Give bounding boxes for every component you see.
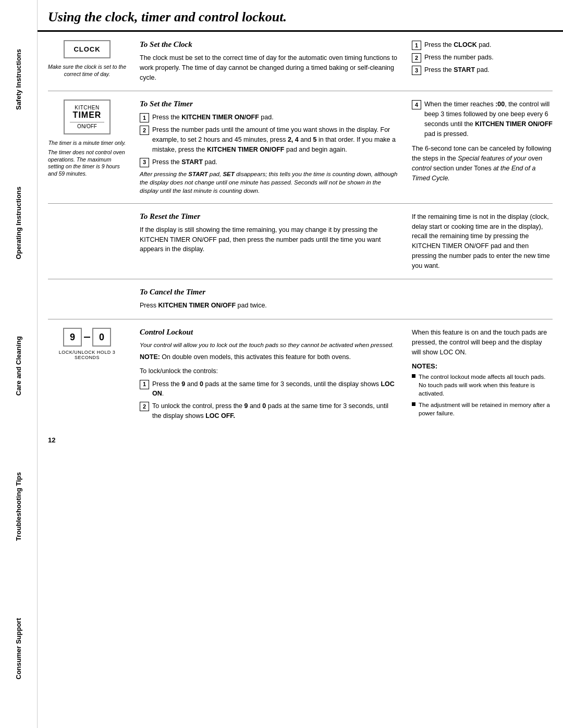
step-text-3: Press the START pad. — [424, 65, 553, 75]
page-title: Using the clock, timer and control locko… — [48, 9, 287, 24]
sidebar-item-consumer: Consumer Support — [15, 613, 22, 685]
timer-pad-top: KITCHEN — [70, 105, 104, 110]
lockout-bullet-2: The adjustment will be retained in memor… — [412, 401, 553, 417]
step-num-3: 3 — [412, 66, 421, 75]
timer-step-num-1: 1 — [140, 113, 149, 122]
connector-line — [84, 337, 90, 338]
sidebar-item-operating: Operating Instructions — [15, 181, 22, 264]
set-timer-step-1: 1 Press the KITCHEN TIMER ON/OFF pad. — [140, 113, 398, 122]
timer-step-text-2: Press the number pads until the amount o… — [152, 125, 398, 154]
set-clock-step-2: 2 Press the number pads. — [412, 53, 553, 63]
lock-pad-0: 0 — [92, 328, 111, 347]
reset-timer-left — [48, 212, 131, 271]
lockout-bullet-list: The control lockout mode affects all tou… — [412, 373, 553, 417]
set-timer-steps: 1 Press the KITCHEN TIMER ON/OFF pad. 2 … — [140, 113, 398, 167]
control-lockout-to-lock: To lock/unlock the controls: — [140, 366, 398, 376]
step-num-1: 1 — [412, 41, 421, 50]
control-lockout-right: When this feature is on and the touch pa… — [407, 328, 553, 424]
set-timer-right: 4 When the timer reaches :00, the contro… — [407, 100, 553, 195]
lock-pad-connector — [84, 328, 90, 347]
lockout-step-1: 1 Press the 9 and 0 pads at the same tim… — [140, 379, 398, 399]
timer-pad-image: KITCHEN TIMER ON/OFF — [64, 100, 111, 134]
set-clock-title: To Set the Clock — [140, 40, 398, 49]
section-reset-timer: To Reset the Timer If the display is sti… — [48, 204, 553, 280]
main-content: Using the clock, timer and control locko… — [38, 0, 563, 728]
set-timer-right-steps: 4 When the timer reaches :00, the contro… — [412, 100, 553, 139]
page-number: 12 — [38, 432, 563, 448]
set-timer-step-3: 3 Press the START pad. — [140, 157, 398, 167]
lockout-right-intro: When this feature is on and the touch pa… — [412, 328, 553, 357]
lockout-step-num-1: 1 — [140, 380, 149, 389]
step-text-1: Press the CLOCK pad. — [424, 40, 553, 50]
lockout-notes: NOTES: The control lockout mode affects … — [412, 362, 553, 417]
content-area: CLOCK Make sure the clock is set to the … — [38, 32, 563, 432]
sidebar-item-care: Care and Cleaning — [15, 331, 22, 401]
sidebar: Safety Instructions Operating Instructio… — [0, 0, 38, 728]
set-clock-left: CLOCK Make sure the clock is set to the … — [48, 40, 131, 82]
cancel-timer-content: To Cancel the Timer Press KITCHEN TIMER … — [131, 288, 553, 311]
section-set-clock: CLOCK Make sure the clock is set to the … — [48, 32, 553, 91]
cancel-timer-title: To Cancel the Timer — [140, 288, 544, 297]
lockout-bullet-1: The control lockout mode affects all tou… — [412, 373, 553, 398]
lock-pad-9: 9 — [63, 328, 82, 347]
set-timer-cancel-note: The 6-second tone can be canceled by fol… — [412, 144, 553, 183]
clock-pad-caption: Make sure the clock is set to the correc… — [48, 64, 126, 78]
set-timer-left: KITCHEN TIMER ON/OFF The timer is a minu… — [48, 100, 131, 195]
timer-step-num-4: 4 — [412, 100, 421, 109]
page-wrapper: Safety Instructions Operating Instructio… — [0, 0, 563, 728]
notes-label: NOTES: — [412, 362, 437, 370]
sidebar-item-safety: Safety Instructions — [15, 44, 22, 115]
clock-pad-image: CLOCK — [64, 40, 111, 58]
section-control-lockout: 9 0 LOCK/UNLOCK HOLD 3 SECONDS Control L… — [48, 319, 553, 432]
set-clock-right: 1 Press the CLOCK pad. 2 Press the numbe… — [407, 40, 553, 82]
set-timer-italic-note: After pressing the START pad, SET disapp… — [140, 170, 398, 195]
timer-pad-bottom: ON/OFF — [70, 122, 104, 129]
timer-step-num-2: 2 — [140, 126, 149, 135]
reset-timer-left-text: If the display is still showing the time… — [140, 225, 398, 254]
bullet-icon-2 — [412, 402, 415, 406]
reset-timer-title: To Reset the Timer — [140, 212, 398, 221]
timer-step-num-3: 3 — [140, 158, 149, 167]
timer-caption-1: The timer is a minute timer only. — [48, 140, 126, 147]
lockout-step-text-1: Press the 9 and 0 pads at the same time … — [152, 379, 398, 399]
control-lockout-note: NOTE: On double oven models, this activa… — [140, 352, 398, 362]
reset-timer-right: If the remaining time is not in the disp… — [407, 212, 553, 271]
page-title-bar: Using the clock, timer and control locko… — [38, 0, 563, 32]
set-clock-step-3: 3 Press the START pad. — [412, 65, 553, 75]
control-lockout-steps: 1 Press the 9 and 0 pads at the same tim… — [140, 379, 398, 421]
lock-pad-caption: LOCK/UNLOCK HOLD 3 SECONDS — [48, 350, 126, 360]
reset-timer-middle: To Reset the Timer If the display is sti… — [131, 212, 407, 271]
control-lockout-middle: Control Lockout Your control will allow … — [131, 328, 407, 424]
lockout-step-text-2: To unlock the control, press the 9 and 0… — [152, 401, 398, 421]
lockout-bullet-text-1: The control lockout mode affects all tou… — [419, 373, 553, 398]
control-lockout-left: 9 0 LOCK/UNLOCK HOLD 3 SECONDS — [48, 328, 131, 424]
set-clock-step-1: 1 Press the CLOCK pad. — [412, 40, 553, 50]
timer-step-text-4: When the timer reaches :00, the control … — [424, 100, 553, 139]
sidebar-item-troubleshooting: Troubleshooting Tips — [15, 467, 22, 546]
set-timer-middle: To Set the Timer 1 Press the KITCHEN TIM… — [131, 100, 407, 195]
set-clock-steps: 1 Press the CLOCK pad. 2 Press the numbe… — [412, 40, 553, 75]
section-cancel-timer: To Cancel the Timer Press KITCHEN TIMER … — [48, 279, 553, 319]
timer-caption-2: The timer does not control oven operatio… — [48, 149, 126, 178]
lockout-step-2: 2 To unlock the control, press the 9 and… — [140, 401, 398, 421]
section-set-timer: KITCHEN TIMER ON/OFF The timer is a minu… — [48, 91, 553, 204]
timer-step-text-3: Press the START pad. — [152, 157, 398, 167]
timer-pad-main: TIMER — [70, 110, 104, 120]
lock-pad-image: 9 0 — [63, 328, 111, 347]
set-timer-step-2: 2 Press the number pads until the amount… — [140, 125, 398, 154]
cancel-timer-left — [48, 288, 131, 311]
control-lockout-intro: Your control will allow you to lock out … — [140, 341, 398, 349]
step-text-2: Press the number pads. — [424, 53, 553, 63]
bullet-icon-1 — [412, 374, 415, 378]
lockout-step-num-2: 2 — [140, 402, 149, 411]
set-clock-body: The clock must be set to the correct tim… — [140, 53, 398, 82]
step-num-2: 2 — [412, 53, 421, 63]
lockout-bullet-text-2: The adjustment will be retained in memor… — [419, 401, 553, 417]
cancel-timer-text: Press KITCHEN TIMER ON/OFF pad twice. — [140, 301, 544, 311]
set-timer-step-4: 4 When the timer reaches :00, the contro… — [412, 100, 553, 139]
clock-pad-label: CLOCK — [74, 45, 100, 53]
set-clock-middle: To Set the Clock The clock must be set t… — [131, 40, 407, 82]
reset-timer-right-text: If the remaining time is not in the disp… — [412, 212, 553, 271]
set-timer-title: To Set the Timer — [140, 100, 398, 108]
control-lockout-title: Control Lockout — [140, 328, 398, 337]
